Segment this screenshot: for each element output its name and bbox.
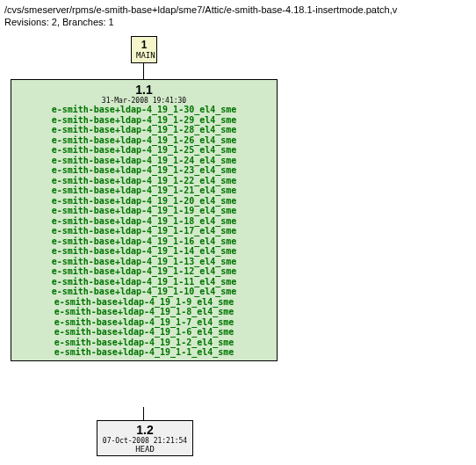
tag-item: e-smith-base+ldap-4_19_1-9_el4_sme	[17, 297, 271, 308]
version-11: 1.1	[17, 83, 271, 97]
date-12: 07-Oct-2008 21:21:54	[101, 437, 189, 445]
tag-item: e-smith-base+ldap-4_19_1-22_el4_sme	[17, 176, 271, 186]
tag-item: e-smith-base+ldap-4_19_1-10_el4_sme	[17, 287, 271, 297]
head-label: HEAD	[101, 445, 189, 454]
tag-item: e-smith-base+ldap-4_19_1-14_el4_sme	[17, 246, 271, 257]
diagram-area: 1 MAIN 1.1 31-Mar-2008 19:41:30 e-smith-…	[4, 34, 472, 465]
tag-item: e-smith-base+ldap-4_19_1-28_el4_sme	[17, 125, 271, 135]
tag-item: e-smith-base+ldap-4_19_1-24_el4_sme	[17, 156, 271, 166]
tag-item: e-smith-base+ldap-4_19_1-20_el4_sme	[17, 196, 271, 207]
version-12: 1.2	[101, 423, 189, 437]
header-path: /cvs/smeserver/rpms/e-smith-base+ldap/sm…	[4, 4, 472, 15]
tag-item: e-smith-base+ldap-4_19_1-17_el4_sme	[17, 226, 271, 236]
main-number: 1	[136, 39, 152, 51]
tag-item: e-smith-base+ldap-4_19_1-6_el4_sme	[17, 327, 271, 338]
tag-item: e-smith-base+ldap-4_19_1-12_el4_sme	[17, 266, 271, 277]
main-label: MAIN	[136, 51, 152, 61]
tag-item: e-smith-base+ldap-4_19_1-1_el4_sme	[17, 347, 271, 358]
tag-item: e-smith-base+ldap-4_19_1-23_el4_sme	[17, 165, 271, 176]
tag-item: e-smith-base+ldap-4_19_1-7_el4_sme	[17, 317, 271, 328]
tag-item: e-smith-base+ldap-4_19_1-29_el4_sme	[17, 115, 271, 126]
tag-item: e-smith-base+ldap-4_19_1-25_el4_sme	[17, 145, 271, 156]
node-revision-12[interactable]: 1.2 07-Oct-2008 21:21:54 HEAD	[97, 420, 193, 456]
tag-item: e-smith-base+ldap-4_19_1-2_el4_sme	[17, 338, 271, 348]
node-revision-11[interactable]: 1.1 31-Mar-2008 19:41:30 e-smith-base+ld…	[11, 79, 278, 361]
tag-item: e-smith-base+ldap-4_19_1-13_el4_sme	[17, 257, 271, 267]
tag-item: e-smith-base+ldap-4_19_1-30_el4_sme	[17, 105, 271, 115]
tag-item: e-smith-base+ldap-4_19_1-19_el4_sme	[17, 206, 271, 216]
connector-line	[143, 407, 144, 420]
header-revisions: Revisions: 2, Branches: 1	[4, 17, 472, 27]
tag-list-11: e-smith-base+ldap-4_19_1-30_el4_smee-smi…	[17, 105, 271, 358]
node-main[interactable]: 1 MAIN	[131, 36, 157, 63]
tag-item: e-smith-base+ldap-4_19_1-8_el4_sme	[17, 307, 271, 317]
date-11: 31-Mar-2008 19:41:30	[17, 97, 271, 105]
connector-line	[143, 62, 144, 79]
tag-item: e-smith-base+ldap-4_19_1-21_el4_sme	[17, 185, 271, 196]
tag-item: e-smith-base+ldap-4_19_1-26_el4_sme	[17, 135, 271, 146]
tag-item: e-smith-base+ldap-4_19_1-11_el4_sme	[17, 277, 271, 287]
tag-item: e-smith-base+ldap-4_19_1-16_el4_sme	[17, 236, 271, 247]
tag-item: e-smith-base+ldap-4_19_1-18_el4_sme	[17, 216, 271, 227]
